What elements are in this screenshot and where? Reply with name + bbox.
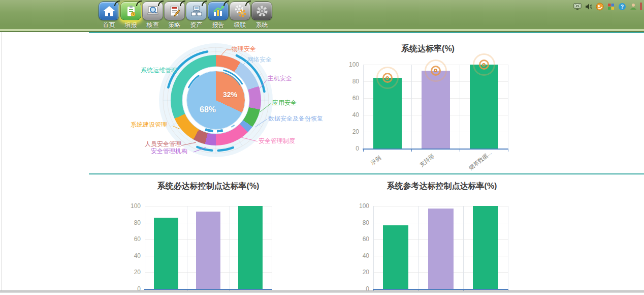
toolbar-item-assets[interactable]: 资产 — [185, 2, 207, 28]
y-tick-label: 20 — [354, 269, 369, 276]
report-icon — [208, 2, 229, 20]
policy-icon — [164, 2, 185, 20]
help-icon[interactable]: ? — [618, 2, 626, 11]
chart-title: 系统必达标控制点达标率(%) — [127, 181, 289, 192]
section-separator-top — [89, 32, 644, 33]
content-left-border — [1, 32, 2, 290]
bar[interactable] — [154, 218, 178, 289]
axis-tick — [411, 150, 412, 152]
x-axis-line — [144, 289, 272, 290]
gridline — [272, 206, 272, 289]
home-icon — [99, 2, 119, 20]
bar[interactable] — [473, 206, 498, 289]
gridline — [145, 206, 145, 289]
toolbar-label: 报告 — [212, 21, 224, 28]
inner-pie-value-label: 32% — [223, 91, 237, 99]
axis-tick — [460, 150, 460, 152]
toolbar-label: 首页 — [103, 21, 115, 28]
fill-report-icon — [120, 2, 141, 20]
y-tick-label: 60 — [125, 235, 141, 243]
app-header: 首页 填报 核查 策略 — [0, 0, 644, 32]
chart-title: 系统参考达标控制点达标率(%) — [356, 181, 528, 192]
horizontal-scrollbar[interactable] — [0, 290, 644, 293]
plot-area — [363, 65, 508, 149]
x-axis-line — [373, 289, 508, 290]
segment-label: 人员安全管理 — [145, 141, 181, 148]
toolbar-label: 级联 — [234, 21, 246, 28]
system-compliance-rate-chart: 系统达标率(%) 020406080100示例支持部烟草数据... — [340, 41, 516, 173]
segment-label: 主机安全 — [268, 75, 292, 82]
y-tick-label: 60 — [354, 235, 369, 243]
y-tick-label: 100 — [125, 202, 141, 210]
y-tick-label: 80 — [354, 219, 369, 226]
security-category-donut-chart: 32% 68% 物理安全 网络安全 主机安全 应用安全 数据安全及备份恢复 安全… — [127, 36, 305, 168]
y-tick-label: 40 — [125, 252, 141, 259]
segment-label: 系统运维管理 — [141, 67, 177, 74]
x-axis-line — [363, 149, 508, 150]
y-tick-label: 20 — [125, 269, 141, 276]
system-tray: ? — [573, 2, 642, 11]
bar[interactable] — [470, 65, 498, 149]
gridline — [373, 206, 374, 289]
display-icon[interactable] — [573, 2, 582, 11]
axis-tick — [508, 150, 508, 152]
segment-label: 系统建设管理 — [131, 122, 167, 128]
plot-area — [145, 206, 272, 289]
inner-pie-value-label: 68% — [200, 105, 216, 114]
toolbar-item-verify[interactable]: 核查 — [142, 2, 164, 28]
verify-icon — [142, 2, 163, 20]
toolbar-label: 策略 — [169, 21, 181, 28]
dashboard-content: 32% 68% 物理安全 网络安全 主机安全 应用安全 数据安全及备份恢复 安全… — [0, 32, 644, 295]
app-grid-icon[interactable] — [606, 2, 615, 11]
toolbar-item-system[interactable]: 系统 — [251, 2, 273, 28]
y-tick-label: 20 — [344, 128, 359, 135]
segment-label: 应用安全 — [272, 100, 297, 106]
gridline — [418, 206, 418, 289]
volume-icon[interactable] — [584, 2, 593, 11]
gridline — [230, 206, 230, 289]
gridline — [187, 206, 187, 289]
tray-partial-icon[interactable] — [640, 3, 642, 10]
bar[interactable] — [238, 206, 263, 289]
reference-control-point-rate-chart: 系统参考达标控制点达标率(%) 020406080100 — [356, 178, 528, 295]
segment-label: 安全管理机构 — [151, 148, 187, 155]
toolbar-item-cascade[interactable]: 级联 — [229, 2, 251, 28]
segment-label: 网络安全 — [247, 56, 272, 63]
bar[interactable] — [196, 212, 220, 289]
x-axis-label: 示例 — [369, 154, 382, 167]
y-tick-label: 100 — [354, 202, 369, 210]
system-icon — [251, 2, 272, 20]
main-toolbar: 首页 填报 核查 策略 — [98, 2, 273, 28]
input-method-icon[interactable] — [595, 2, 604, 11]
toolbar-item-home[interactable]: 首页 — [98, 2, 120, 28]
gridline — [363, 65, 364, 149]
toolbar-label: 核查 — [147, 21, 159, 28]
bar[interactable] — [383, 225, 408, 289]
x-axis-label: 烟草数据... — [467, 149, 493, 172]
y-tick-label: 100 — [344, 61, 359, 68]
gridline — [460, 65, 460, 149]
section-separator-middle — [89, 173, 644, 174]
toolbar-label: 系统 — [256, 21, 268, 28]
y-tick-label: 0 — [344, 145, 359, 152]
user-icon[interactable] — [629, 2, 637, 11]
axis-tick — [363, 150, 364, 152]
gridline — [411, 65, 412, 149]
dashboard-screen: 首页 填报 核查 策略 — [0, 0, 644, 295]
toolbar-item-policy[interactable]: 策略 — [164, 2, 185, 28]
toolbar-item-fill-report[interactable]: 填报 — [120, 2, 142, 28]
bar[interactable] — [422, 71, 450, 149]
toolbar-label: 资产 — [190, 21, 203, 28]
chart-title: 系统达标率(%) — [340, 44, 516, 54]
segment-label: 物理安全 — [232, 46, 256, 52]
toolbar-item-report[interactable]: 报告 — [207, 2, 229, 28]
gridline — [463, 206, 464, 289]
gridline — [508, 206, 508, 289]
y-tick-label: 60 — [344, 95, 359, 102]
bar[interactable] — [373, 78, 402, 149]
bar[interactable] — [428, 209, 454, 289]
segment-label: 安全管理制度 — [259, 138, 295, 144]
toolbar-label: 填报 — [125, 21, 137, 28]
x-axis-label: 支持部 — [417, 152, 435, 168]
y-tick-label: 80 — [125, 219, 141, 226]
